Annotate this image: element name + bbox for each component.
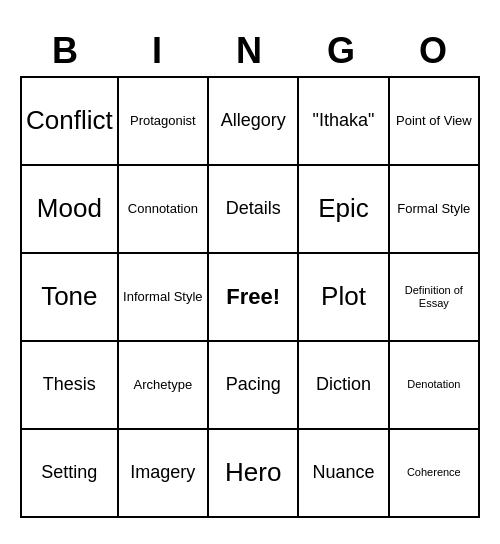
header-letter: I <box>112 26 204 76</box>
cell-text: Protagonist <box>130 113 196 129</box>
cell-text: Formal Style <box>397 201 470 217</box>
bingo-cell-r2-c0: Tone <box>22 254 119 342</box>
bingo-header: BINGO <box>20 26 480 76</box>
header-letter: N <box>204 26 296 76</box>
cell-text: Connotation <box>128 201 198 217</box>
cell-text: Denotation <box>407 378 460 391</box>
cell-text: Archetype <box>134 377 193 393</box>
bingo-cell-r3-c0: Thesis <box>22 342 119 430</box>
bingo-cell-r2-c4: Definition of Essay <box>390 254 480 342</box>
bingo-cell-r3-c2: Pacing <box>209 342 299 430</box>
cell-text: Informal Style <box>123 289 202 305</box>
cell-text: Definition of Essay <box>394 284 474 310</box>
bingo-cell-r3-c4: Denotation <box>390 342 480 430</box>
cell-text: Nuance <box>312 462 374 484</box>
cell-text: Thesis <box>43 374 96 396</box>
header-letter: O <box>388 26 480 76</box>
cell-text: Details <box>226 198 281 220</box>
bingo-cell-r4-c3: Nuance <box>299 430 389 518</box>
bingo-cell-r1-c4: Formal Style <box>390 166 480 254</box>
bingo-cell-r3-c1: Archetype <box>119 342 209 430</box>
cell-text: "Ithaka" <box>313 110 375 132</box>
bingo-cell-r3-c3: Diction <box>299 342 389 430</box>
bingo-cell-r1-c1: Connotation <box>119 166 209 254</box>
cell-text: Pacing <box>226 374 281 396</box>
bingo-cell-r4-c1: Imagery <box>119 430 209 518</box>
header-letter: G <box>296 26 388 76</box>
bingo-cell-r0-c4: Point of View <box>390 78 480 166</box>
cell-text: Point of View <box>396 113 472 129</box>
cell-text: Free! <box>226 284 280 310</box>
bingo-cell-r1-c2: Details <box>209 166 299 254</box>
cell-text: Conflict <box>26 105 113 136</box>
header-letter: B <box>20 26 112 76</box>
cell-text: Allegory <box>221 110 286 132</box>
bingo-grid: ConflictProtagonistAllegory"Ithaka"Point… <box>20 76 480 518</box>
bingo-cell-r2-c2: Free! <box>209 254 299 342</box>
cell-text: Coherence <box>407 466 461 479</box>
bingo-cell-r1-c0: Mood <box>22 166 119 254</box>
bingo-cell-r4-c0: Setting <box>22 430 119 518</box>
bingo-cell-r2-c3: Plot <box>299 254 389 342</box>
cell-text: Epic <box>318 193 369 224</box>
bingo-cell-r0-c0: Conflict <box>22 78 119 166</box>
cell-text: Tone <box>41 281 97 312</box>
bingo-cell-r4-c4: Coherence <box>390 430 480 518</box>
bingo-card: BINGO ConflictProtagonistAllegory"Ithaka… <box>20 26 480 518</box>
cell-text: Imagery <box>130 462 195 484</box>
bingo-cell-r0-c3: "Ithaka" <box>299 78 389 166</box>
cell-text: Mood <box>37 193 102 224</box>
bingo-cell-r0-c2: Allegory <box>209 78 299 166</box>
cell-text: Hero <box>225 457 281 488</box>
cell-text: Plot <box>321 281 366 312</box>
bingo-cell-r4-c2: Hero <box>209 430 299 518</box>
bingo-cell-r1-c3: Epic <box>299 166 389 254</box>
cell-text: Diction <box>316 374 371 396</box>
cell-text: Setting <box>41 462 97 484</box>
bingo-cell-r0-c1: Protagonist <box>119 78 209 166</box>
bingo-cell-r2-c1: Informal Style <box>119 254 209 342</box>
